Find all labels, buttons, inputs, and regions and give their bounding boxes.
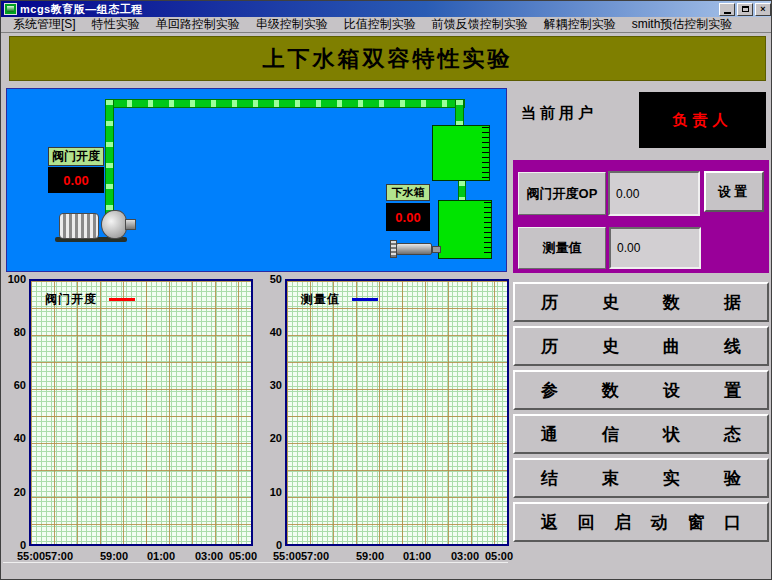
lower-tank-display: 0.00 <box>386 203 430 231</box>
measure-value-field: 0.00 <box>609 227 701 269</box>
legend-line-blue <box>352 298 378 301</box>
drain-pump-icon <box>396 243 432 255</box>
title-bar: mcgs教育版—组态工程 × <box>1 1 772 17</box>
x-tick: 05:00 <box>479 550 519 562</box>
y-tick: 20 <box>1 486 26 499</box>
x-tick: 57:00 <box>295 550 335 562</box>
history-curve-button[interactable]: 历史曲线 <box>513 326 769 366</box>
menu-system-manage[interactable]: 系统管理[S] <box>5 16 84 33</box>
drain-pump-fitting <box>432 246 441 253</box>
measure-trend-plot: 测量值 <box>285 279 509 546</box>
x-tick: 59:00 <box>94 550 134 562</box>
y-tick: 80 <box>1 326 26 339</box>
restore-button[interactable] <box>737 3 753 16</box>
menu-feedforward-exp[interactable]: 前馈反馈控制实验 <box>424 16 536 33</box>
valve-op-input[interactable]: 0.00 <box>608 171 700 216</box>
measure-trend-chart: 50 40 30 20 10 0 测量值 55:00 57:00 59:00 0… <box>257 277 513 567</box>
history-data-button[interactable]: 历史数据 <box>513 282 769 322</box>
y-tick: 100 <box>1 273 26 286</box>
return-start-window-button[interactable]: 返回启动窗口 <box>513 502 769 542</box>
upper-tank-ruler <box>482 127 489 179</box>
page-title: 上下水箱双容特性实验 <box>263 44 513 74</box>
upper-tank <box>432 125 490 181</box>
menu-bar: 系统管理[S] 特性实验 单回路控制实验 串级控制实验 比值控制实验 前馈反馈控… <box>1 17 772 33</box>
footer-divider <box>3 562 508 563</box>
valve-op-label: 阀门开度OP <box>518 172 606 215</box>
y-tick: 60 <box>1 379 26 392</box>
pump-outlet <box>125 219 136 230</box>
menu-cascade-exp[interactable]: 串级控制实验 <box>248 16 336 33</box>
menu-single-loop-exp[interactable]: 单回路控制实验 <box>148 16 248 33</box>
experiment-button-column: 历史数据 历史曲线 参数设置 通信状态 结束实验 返回启动窗口 <box>513 282 769 542</box>
comm-status-button[interactable]: 通信状态 <box>513 414 769 454</box>
lower-tank-tag: 下水箱 <box>386 184 430 201</box>
valve-opening-tag: 阀门开度 <box>48 147 104 166</box>
banner: 上下水箱双容特性实验 <box>9 36 766 81</box>
valve-trend-plot: 阀门开度 <box>29 279 253 546</box>
current-user-label: 当前用户 <box>521 104 597 123</box>
y-tick: 50 <box>257 273 282 286</box>
pipe-tank-link <box>458 180 466 202</box>
y-tick: 10 <box>257 486 282 499</box>
legend-line-red <box>109 298 135 301</box>
menu-ratio-exp[interactable]: 比值控制实验 <box>336 16 424 33</box>
lower-tank <box>438 200 492 259</box>
control-panel: 阀门开度OP 0.00 设置 测量值 0.00 <box>513 160 769 273</box>
valve-trend-chart: 100 80 60 40 20 0 阀门开度 55:00 57:00 59:00… <box>1 277 257 567</box>
process-diagram: 阀门开度 0.00 下水箱 0.00 <box>6 88 507 272</box>
window-title: mcgs教育版—组态工程 <box>20 2 143 17</box>
y-tick: 20 <box>257 432 282 445</box>
pump-head-icon <box>101 210 127 239</box>
mcgs-window: mcgs教育版—组态工程 × 系统管理[S] 特性实验 单回路控制实验 串级控制… <box>0 0 772 580</box>
menu-characteristic-exp[interactable]: 特性实验 <box>84 16 148 33</box>
close-icon: × <box>760 5 765 14</box>
set-button[interactable]: 设置 <box>704 171 764 212</box>
x-tick: 59:00 <box>350 550 390 562</box>
x-tick: 57:00 <box>39 550 79 562</box>
y-tick: 40 <box>257 326 282 339</box>
y-tick: 30 <box>257 379 282 392</box>
menu-decouple-exp[interactable]: 解耦控制实验 <box>536 16 624 33</box>
pipe-horizontal <box>105 99 465 108</box>
pipe-vertical-right <box>455 99 464 127</box>
lower-tank-ruler <box>484 202 491 257</box>
y-tick: 40 <box>1 432 26 445</box>
current-user-box: 负责人 <box>639 92 766 148</box>
parameter-settings-button[interactable]: 参数设置 <box>513 370 769 410</box>
end-experiment-button[interactable]: 结束实验 <box>513 458 769 498</box>
measure-trend-legend: 测量值 <box>301 291 378 308</box>
x-tick: 01:00 <box>141 550 181 562</box>
legend-label: 阀门开度 <box>45 291 97 308</box>
menu-smith-exp[interactable]: smith预估控制实验 <box>624 16 741 33</box>
pump-motor-icon <box>59 213 99 239</box>
restore-icon <box>742 6 749 12</box>
minimize-button[interactable] <box>719 3 735 16</box>
pipe-vertical-left <box>105 99 114 216</box>
close-button[interactable]: × <box>755 3 771 16</box>
minimize-icon <box>724 12 731 14</box>
measure-label: 测量值 <box>518 227 606 269</box>
valve-trend-legend: 阀门开度 <box>45 291 135 308</box>
legend-label: 测量值 <box>301 291 340 308</box>
current-user-name: 负责人 <box>673 111 733 130</box>
valve-opening-display: 0.00 <box>48 167 104 193</box>
app-icon <box>4 3 17 15</box>
x-tick: 01:00 <box>397 550 437 562</box>
